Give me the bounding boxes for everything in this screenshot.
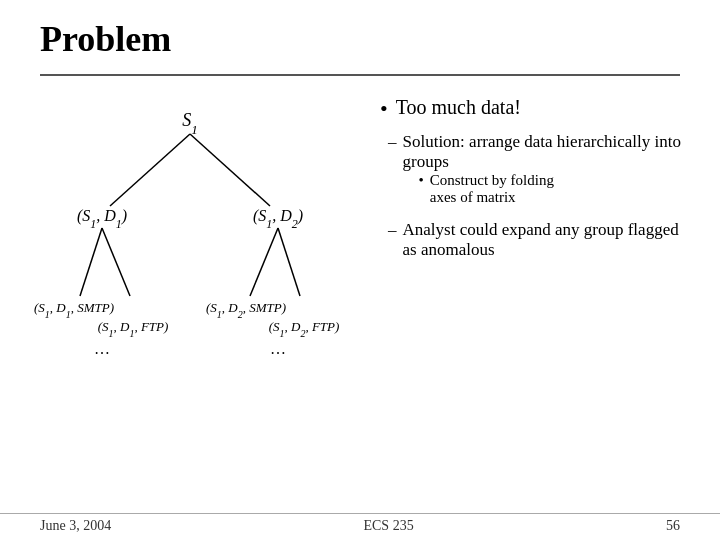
- tree-line-ll: [80, 228, 102, 296]
- tree-child-left: (S1, D1): [77, 207, 127, 231]
- sub-bullet-1-text: Construct by foldingaxes of matrix: [430, 172, 554, 206]
- sub-bullet-1: • Construct by foldingaxes of matrix: [403, 172, 691, 206]
- slide: Problem S1 (S1, D1) (S1, D2): [0, 0, 720, 540]
- tree-line-rl: [250, 228, 278, 296]
- tree-diagram: S1 (S1, D1) (S1, D2) (S1, D1, SMTP) (S1,…: [30, 96, 350, 416]
- tree-gc-lr: (S1, D1, FTP): [98, 319, 169, 339]
- tree-line-rr: [278, 228, 300, 296]
- tree-root-label: S1: [182, 110, 198, 137]
- tree-gc-rr: (S1, D2, FTP): [269, 319, 340, 339]
- tree-area: S1 (S1, D1) (S1, D2) (S1, D1, SMTP) (S1,…: [30, 86, 370, 503]
- main-bullet-text: Too much data!: [396, 96, 521, 119]
- dash1-text: Solution: arrange data hierarchically in…: [403, 132, 691, 172]
- bullet-dot: •: [380, 96, 388, 122]
- footer-center: ECS 235: [363, 518, 413, 534]
- dash2-text: Analyst could expand any group flagged a…: [403, 220, 691, 260]
- dash1-content: Solution: arrange data hierarchically in…: [403, 132, 691, 210]
- main-bullet: • Too much data!: [380, 96, 690, 122]
- tree-gc-ll: (S1, D1, SMTP): [34, 300, 114, 320]
- tree-line-lr: [102, 228, 130, 296]
- footer-left: June 3, 2004: [40, 518, 111, 534]
- footer: June 3, 2004 ECS 235 56: [0, 513, 720, 540]
- bullets-area: • Too much data! – Solution: arrange dat…: [370, 86, 690, 503]
- tree-gc-rl: (S1, D2, SMTP): [206, 300, 286, 320]
- title-area: Problem: [0, 0, 720, 74]
- sub-dot-1: •: [419, 172, 424, 189]
- dash1-item: – Solution: arrange data hierarchically …: [380, 132, 690, 210]
- dash1-symbol: –: [388, 132, 397, 152]
- tree-line-right: [190, 134, 270, 206]
- dash2-item: – Analyst could expand any group flagged…: [380, 220, 690, 260]
- tree-child-right: (S1, D2): [253, 207, 303, 231]
- footer-right: 56: [666, 518, 680, 534]
- tree-line-left: [110, 134, 190, 206]
- slide-title: Problem: [40, 18, 680, 60]
- tree-gc-l-dots: …: [94, 340, 110, 357]
- dash2-symbol: –: [388, 220, 397, 240]
- content-area: S1 (S1, D1) (S1, D2) (S1, D1, SMTP) (S1,…: [0, 76, 720, 513]
- tree-gc-r-dots: …: [270, 340, 286, 357]
